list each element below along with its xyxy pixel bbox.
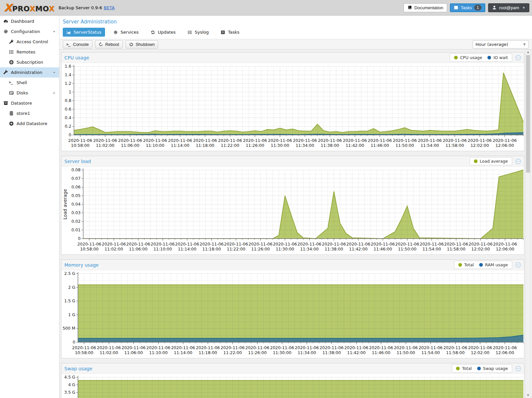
- svg-text:2020-11-06: 2020-11-06: [493, 138, 517, 143]
- sidebar-item-add-datastore[interactable]: Add Datastore: [0, 118, 59, 129]
- vertical-scrollbar[interactable]: ▲ ▼: [525, 50, 531, 398]
- app-subtitle: Backup Server 0.9-6BETA: [58, 5, 115, 10]
- chart-legend: TotalRAM usage: [454, 261, 512, 269]
- legend-label: Swap usage: [483, 366, 508, 371]
- collapse-panel-button[interactable]: [515, 158, 521, 164]
- proxmox-logo: X PROXMOX: [4, 3, 54, 13]
- sidebar-item-dashboard[interactable]: Dashboard: [0, 16, 59, 26]
- svg-text:0.06: 0.06: [71, 184, 81, 189]
- svg-text:2020-11-06: 2020-11-06: [493, 242, 517, 247]
- legend-item-load-average[interactable]: Load average: [474, 159, 508, 164]
- svg-text:11:54:00: 11:54:00: [421, 350, 440, 355]
- user-icon: [492, 5, 497, 10]
- user-menu-button[interactable]: root@pam ▼: [488, 3, 529, 12]
- tasks-button[interactable]: Tasks 1: [450, 3, 485, 12]
- hdd-icon: [9, 90, 14, 95]
- svg-text:11:54:00: 11:54:00: [422, 247, 441, 251]
- collapse-panel-button[interactable]: [515, 55, 521, 61]
- sidebar-item-remotes[interactable]: Remotes: [0, 47, 59, 57]
- sidebar-item-access-control[interactable]: Access Control: [0, 37, 59, 47]
- sidebar-item-configuration[interactable]: Configuration: [0, 26, 59, 37]
- sidebar-item-disks[interactable]: Disks: [0, 88, 59, 98]
- legend-item-total[interactable]: Total: [456, 366, 472, 371]
- svg-text:12:02:00: 12:02:00: [471, 247, 490, 251]
- svg-text:2020-11-06: 2020-11-06: [193, 138, 217, 143]
- gears-icon: [3, 29, 8, 34]
- svg-text:2020-11-06: 2020-11-06: [343, 138, 367, 143]
- chevron-down-icon: [52, 30, 56, 34]
- svg-text:2020-11-06: 2020-11-06: [469, 242, 493, 247]
- console-button[interactable]: >_ Console: [63, 40, 92, 49]
- sidebar-item-subscription[interactable]: Subscription: [0, 57, 59, 67]
- power-icon: [129, 42, 133, 47]
- scroll-thumb[interactable]: [526, 55, 530, 173]
- svg-text:11:58:00: 11:58:00: [447, 247, 465, 251]
- documentation-button[interactable]: Documentation: [404, 3, 447, 12]
- svg-text:11:18:00: 11:18:00: [198, 350, 217, 355]
- svg-text:11:06:00: 11:06:00: [121, 143, 139, 148]
- sidebar-item-store1[interactable]: store1: [0, 108, 59, 118]
- svg-text:11:34:00: 11:34:00: [300, 247, 319, 251]
- plus-circle-icon: [9, 121, 14, 126]
- svg-text:11:50:00: 11:50:00: [396, 143, 414, 148]
- svg-text:2020-11-06: 2020-11-06: [221, 345, 245, 350]
- sidebar-item-administration[interactable]: Administration: [0, 67, 59, 78]
- svg-text:2020-11-06: 2020-11-06: [218, 138, 242, 143]
- svg-text:0.03: 0.03: [71, 210, 81, 215]
- sidebar-item-datastore[interactable]: Datastore: [0, 98, 59, 108]
- svg-text:4.5 G: 4.5 G: [64, 375, 75, 380]
- legend-item-io-wait[interactable]: IO wait: [487, 55, 508, 60]
- chart-legend: CPU usageIO wait: [450, 53, 512, 62]
- svg-text:10:58:00: 10:58:00: [71, 143, 89, 148]
- legend-item-swap-usage[interactable]: Swap usage: [477, 366, 508, 371]
- legend-dot-icon: [458, 263, 462, 267]
- svg-text:11:46:00: 11:46:00: [373, 247, 392, 251]
- svg-text:2020-11-06: 2020-11-06: [168, 138, 192, 143]
- svg-text:11:18:00: 11:18:00: [196, 143, 214, 148]
- svg-text:12:06:00: 12:06:00: [496, 247, 514, 251]
- tab-updates[interactable]: Updates: [147, 28, 179, 37]
- tab-serverstatus[interactable]: ServerStatus: [63, 28, 105, 37]
- svg-text:2020-11-06: 2020-11-06: [468, 345, 492, 350]
- collapse-panel-button[interactable]: [515, 366, 521, 372]
- book-icon: [408, 5, 412, 10]
- svg-text:2020-11-06: 2020-11-06: [224, 242, 248, 247]
- svg-text:2020-11-06: 2020-11-06: [175, 242, 199, 247]
- beta-link[interactable]: BETA: [104, 5, 115, 10]
- refresh-icon: [151, 30, 155, 35]
- svg-text:11:22:00: 11:22:00: [227, 247, 245, 251]
- tab-tasks[interactable]: Tasks: [217, 28, 243, 37]
- scroll-up-arrow[interactable]: ▲: [526, 50, 530, 54]
- scroll-down-arrow[interactable]: ▼: [526, 393, 530, 398]
- svg-text:11:30:00: 11:30:00: [276, 247, 294, 251]
- legend-label: RAM usage: [485, 262, 508, 267]
- tasks-icon: [221, 30, 225, 35]
- svg-text:2020-11-06: 2020-11-06: [196, 345, 220, 350]
- svg-text:2020-11-06: 2020-11-06: [443, 345, 468, 350]
- svg-text:12:06:00: 12:06:00: [495, 143, 514, 148]
- svg-text:2020-11-06: 2020-11-06: [393, 138, 417, 143]
- svg-text:0.01: 0.01: [71, 227, 81, 232]
- gears-icon: [113, 30, 118, 35]
- legend-item-cpu-usage[interactable]: CPU usage: [454, 55, 482, 60]
- svg-text:2020-11-06: 2020-11-06: [295, 345, 319, 350]
- collapse-panel-button[interactable]: [515, 262, 521, 268]
- svg-text:2020-11-06: 2020-11-06: [273, 242, 297, 247]
- svg-text:11:14:00: 11:14:00: [178, 247, 196, 251]
- svg-text:2020-11-06: 2020-11-06: [72, 345, 96, 350]
- legend-item-total[interactable]: Total: [458, 262, 474, 267]
- legend-label: IO wait: [493, 55, 508, 60]
- legend-item-ram-usage[interactable]: RAM usage: [479, 262, 508, 267]
- tab-services[interactable]: Services: [110, 28, 142, 37]
- sidebar-item-shell[interactable]: >_Shell: [0, 78, 59, 88]
- chart-legend: Load average: [470, 157, 512, 165]
- panel-title: Swap usage: [64, 366, 92, 371]
- svg-text:2020-11-06: 2020-11-06: [419, 345, 443, 350]
- timeframe-select[interactable]: Hour (average) ▼: [473, 40, 529, 49]
- shutdown-button[interactable]: Shutdown: [125, 40, 159, 49]
- svg-text:11:42:00: 11:42:00: [346, 143, 364, 148]
- svg-text:11:58:00: 11:58:00: [446, 350, 465, 355]
- reboot-button[interactable]: Reboot: [95, 40, 123, 49]
- svg-text:2020-11-06: 2020-11-06: [344, 345, 369, 350]
- tab-syslog[interactable]: Syslog: [184, 28, 213, 37]
